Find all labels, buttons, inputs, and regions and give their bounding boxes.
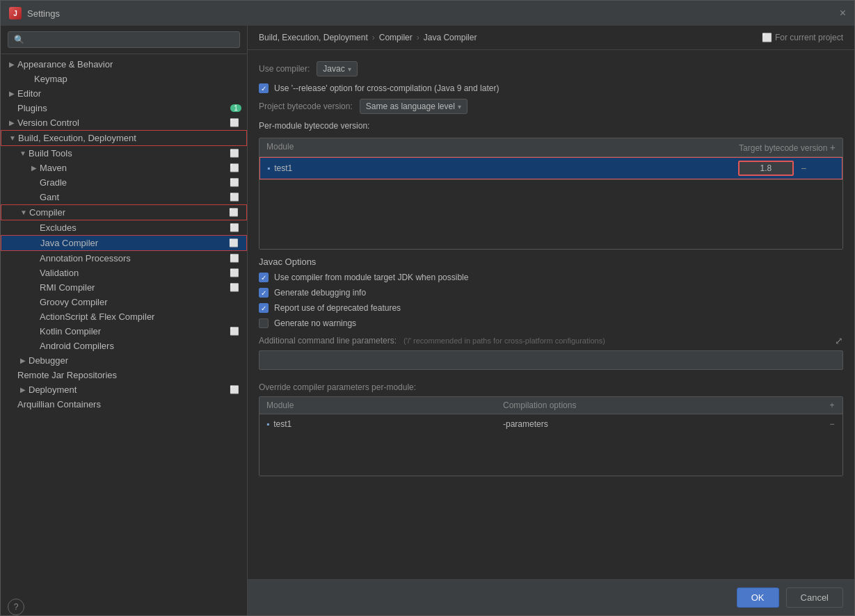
compiler-value: Javac — [323, 64, 344, 74]
right-panel: Build, Execution, Deployment › Compiler … — [248, 26, 854, 615]
option-row-2: Report use of deprecated features — [259, 303, 843, 313]
for-current-project: ⬜ For current project — [762, 33, 843, 42]
override-options-cell: -parameters — [496, 416, 822, 432]
add-module-button[interactable]: + — [830, 142, 836, 153]
expand-icon[interactable]: ⤢ — [835, 335, 843, 346]
override-module-name: test1 — [273, 419, 291, 429]
cancel-button[interactable]: Cancel — [786, 587, 843, 608]
sidebar-item-label: Keymap — [34, 74, 241, 84]
arrow-icon: ▶ — [17, 357, 29, 364]
sidebar: ▶ Appearance & Behavior Keymap ▶ Editor … — [1, 26, 248, 615]
window-title: Settings — [27, 8, 60, 19]
bytecode-version-row: Project bytecode version: Same as langua… — [259, 99, 843, 114]
sidebar-item-actionscript-compiler[interactable]: ActionScript & Flex Compiler — [1, 309, 247, 324]
sidebar-item-validation[interactable]: Validation ⬜ — [1, 266, 247, 280]
sidebar-item-compiler[interactable]: ▼ Compiler ⬜ — [1, 204, 247, 220]
sidebar-item-android-compilers[interactable]: Android Compilers — [1, 339, 247, 353]
folder-icon: ▪ — [267, 163, 270, 173]
save-icon: ⬜ — [227, 283, 241, 292]
sidebar-item-deployment[interactable]: ▶ Deployment ⬜ — [1, 382, 247, 397]
option-checkbox-3[interactable] — [259, 318, 269, 328]
javac-options-title: Javac Options — [259, 257, 843, 267]
main-content: ▶ Appearance & Behavior Keymap ▶ Editor … — [1, 26, 854, 615]
sidebar-item-excludes[interactable]: Excludes ⬜ — [1, 220, 247, 235]
save-icon: ⬜ — [227, 268, 241, 277]
bytecode-select[interactable]: Same as language level ▾ — [360, 99, 468, 114]
sidebar-item-annotation-processors[interactable]: Annotation Processors ⬜ — [1, 251, 247, 266]
sidebar-item-label: Appearance & Behavior — [17, 59, 241, 70]
sidebar-item-java-compiler[interactable]: Java Compiler ⬜ — [1, 235, 247, 251]
arrow-icon: ▼ — [18, 209, 29, 216]
sidebar-item-arquillian[interactable]: Arquillian Containers — [1, 397, 247, 412]
sidebar-tree: ▶ Appearance & Behavior Keymap ▶ Editor … — [1, 54, 247, 599]
version-input[interactable] — [738, 161, 794, 176]
ok-button[interactable]: OK — [737, 587, 779, 608]
sidebar-item-plugins[interactable]: Plugins 1 — [1, 101, 247, 115]
sidebar-item-label: Arquillian Containers — [17, 399, 241, 410]
breadcrumb-sep-1: › — [372, 33, 375, 42]
sidebar-item-rmi-compiler[interactable]: RMI Compiler ⬜ — [1, 280, 247, 295]
breadcrumb-part-1: Build, Execution, Deployment — [259, 33, 368, 42]
override-table-header: Module Compilation options + — [259, 397, 842, 414]
app-icon: J — [9, 7, 22, 19]
add-override-button[interactable]: + — [822, 397, 842, 414]
remove-module-button[interactable]: − — [801, 163, 806, 174]
cmd-params-input[interactable] — [259, 350, 843, 370]
chevron-down-icon: ▾ — [348, 65, 351, 73]
option-checkbox-1[interactable] — [259, 288, 269, 298]
cmd-params-label: Additional command line parameters: — [259, 336, 397, 346]
release-option-row: Use '--release' option for cross-compila… — [259, 83, 843, 93]
sidebar-item-appearance[interactable]: ▶ Appearance & Behavior — [1, 57, 247, 72]
option-label-1: Generate debugging info — [274, 288, 366, 298]
sidebar-item-debugger[interactable]: ▶ Debugger — [1, 353, 247, 368]
sidebar-item-build-execution[interactable]: ▼ Build, Execution, Deployment — [1, 130, 247, 146]
option-checkbox-0[interactable] — [259, 273, 269, 282]
sidebar-item-label: Annotation Processors — [40, 253, 227, 264]
sidebar-item-label: Deployment — [29, 384, 227, 395]
search-input[interactable] — [8, 31, 240, 48]
title-bar: J Settings × — [1, 1, 854, 26]
sidebar-item-label: Validation — [40, 268, 227, 278]
sidebar-item-label: Remote Jar Repositories — [17, 370, 241, 380]
javac-options-section: Javac Options Use compiler from module t… — [259, 257, 843, 328]
override-table: Module Compilation options + ▪ test1 -pa… — [259, 396, 843, 476]
release-option-checkbox[interactable] — [259, 83, 269, 93]
override-options-col-header: Compilation options — [496, 397, 822, 414]
sidebar-item-label: Gant — [40, 192, 227, 202]
breadcrumb: Build, Execution, Deployment › Compiler … — [248, 26, 854, 50]
module-table: Module Target bytecode version + ▪ test1 — [259, 138, 843, 250]
module-table-header: Module Target bytecode version + — [259, 138, 842, 157]
sidebar-item-label: Build, Execution, Deployment — [18, 133, 241, 143]
override-module-col-header: Module — [259, 397, 496, 414]
sidebar-item-gant[interactable]: Gant ⬜ — [1, 190, 247, 204]
sidebar-item-kotlin-compiler[interactable]: Kotlin Compiler ⬜ — [1, 324, 247, 339]
sidebar-item-editor[interactable]: ▶ Editor — [1, 86, 247, 101]
sidebar-item-label: Editor — [17, 88, 241, 99]
sidebar-item-version-control[interactable]: ▶ Version Control ⬜ — [1, 115, 247, 130]
sidebar-item-label: Maven — [40, 163, 227, 173]
chevron-down-icon: ▾ — [458, 103, 461, 111]
arrow-icon: ▶ — [6, 60, 17, 68]
save-icon: ⬜ — [227, 254, 241, 263]
override-module-cell: ▪ test1 — [259, 416, 496, 432]
close-button[interactable]: × — [840, 7, 846, 19]
sidebar-item-keymap[interactable]: Keymap — [1, 72, 247, 86]
sidebar-item-label: Groovy Compiler — [40, 297, 241, 307]
option-checkbox-2[interactable] — [259, 303, 269, 313]
help-button[interactable]: ? — [8, 599, 24, 615]
bottom-bar: OK Cancel — [248, 579, 854, 615]
save-icon: ⬜ — [227, 385, 241, 394]
sidebar-item-maven[interactable]: ▶ Maven ⬜ — [1, 161, 247, 175]
sidebar-item-remote-jar[interactable]: Remote Jar Repositories — [1, 368, 247, 382]
option-label-2: Report use of deprecated features — [274, 303, 401, 313]
sidebar-item-gradle[interactable]: Gradle ⬜ — [1, 175, 247, 190]
bytecode-value: Same as language level — [366, 102, 455, 111]
sidebar-item-groovy-compiler[interactable]: Groovy Compiler — [1, 295, 247, 309]
remove-override-button[interactable]: − — [822, 416, 842, 432]
override-row-test1[interactable]: ▪ test1 -parameters − — [259, 414, 842, 434]
module-row-test1[interactable]: ▪ test1 − — [259, 157, 842, 179]
cmd-params-row: Additional command line parameters: ('/'… — [259, 335, 843, 346]
compiler-select[interactable]: Javac ▾ — [317, 61, 357, 76]
sidebar-item-build-tools[interactable]: ▼ Build Tools ⬜ — [1, 146, 247, 161]
target-col-label: Target bytecode version — [739, 143, 827, 153]
